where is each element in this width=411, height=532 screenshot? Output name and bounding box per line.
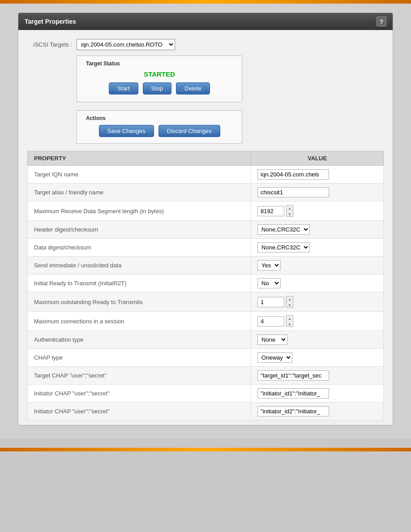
value-cell: None,CRC32CNoneCRC32C (251, 221, 384, 239)
value-cell (251, 184, 384, 202)
status-text: STARTED (86, 70, 233, 78)
spinner-up-icon[interactable]: ▲ (287, 296, 293, 302)
help-icon-button[interactable]: ? (377, 17, 386, 26)
panel-header: Target Properties ? (18, 13, 393, 30)
text-input[interactable] (257, 406, 329, 416)
save-changes-button[interactable]: Save Changes (99, 125, 154, 137)
target-properties-panel: Target Properties ? iSCSI Targets : iqn.… (18, 13, 393, 425)
spinner-controls[interactable]: ▲▼ (286, 205, 293, 217)
table-row: Maximum outstanding Ready to Transmits▲▼ (28, 292, 384, 312)
property-label: Data digest/checksum (28, 239, 251, 257)
table-row: Target alias / friendly name (28, 184, 384, 202)
main-container: Target Properties ? iSCSI Targets : iqn.… (0, 4, 411, 439)
text-input[interactable] (257, 388, 329, 399)
target-status-box: Target Status STARTED Start Stop Delete (77, 56, 242, 102)
prop-table-body: Target IQN nameTarget alias / friendly n… (28, 166, 384, 420)
value-cell: YesNo (251, 257, 384, 275)
panel-title: Target Properties (25, 18, 76, 25)
table-row: Maximum connections in a session▲▼ (28, 312, 384, 331)
value-cell: ▲▼ (251, 202, 384, 221)
property-label: Initial Ready to Transmit (InitialR2T) (28, 275, 251, 292)
value-cell (251, 367, 384, 385)
property-label: CHAP type (28, 349, 251, 367)
table-row: Target CHAP "user":"secret" (28, 367, 384, 385)
table-row: Authentication typeNoneCHAP (28, 331, 384, 349)
spinner-up-icon[interactable]: ▲ (287, 206, 293, 211)
action-buttons: Save Changes Discard Changes (86, 125, 233, 137)
table-row: Initiator CHAP "user":"secret" (28, 385, 384, 403)
property-label: Initiator CHAP "user":"secret" (28, 385, 251, 403)
text-input[interactable] (257, 370, 329, 381)
spinner-input[interactable] (257, 297, 284, 307)
value-cell: YesNo (251, 275, 384, 292)
iscsi-target-row: iSCSI Targets : iqn.2004-05.com.chelsio.… (27, 39, 384, 50)
boxes-section: Target Status STARTED Start Stop Delete … (77, 56, 384, 144)
table-row: Target IQN name (28, 166, 384, 184)
spinner-input[interactable] (257, 206, 284, 216)
table-header-row: PROPERTY VALUE (28, 151, 384, 166)
property-label: Target alias / friendly name (28, 184, 251, 202)
spinner-input[interactable] (257, 316, 284, 326)
value-cell: ▲▼ (251, 292, 384, 312)
small-select[interactable]: YesNo (257, 260, 281, 270)
table-row: Initiator CHAP "user":"secret" (28, 403, 384, 420)
property-label: Initiator CHAP "user":"secret" (28, 403, 251, 420)
value-cell (251, 166, 384, 184)
panel-body: iSCSI Targets : iqn.2004-05.com.chelsio.… (18, 30, 393, 425)
property-label: Authentication type (28, 331, 251, 349)
value-cell: NoneCHAP (251, 331, 384, 349)
discard-changes-button[interactable]: Discard Changes (158, 125, 220, 137)
spinner-down-icon[interactable]: ▼ (287, 322, 293, 327)
property-label: Maximum connections in a session (28, 312, 251, 331)
spinner-controls[interactable]: ▲▼ (286, 315, 293, 327)
bottom-bar (0, 448, 411, 451)
property-label: Header digest/checksum (28, 221, 251, 239)
delete-button[interactable]: Delete (176, 82, 210, 94)
spinner-controls[interactable]: ▲▼ (286, 296, 293, 308)
top-bar (0, 0, 411, 4)
text-input[interactable] (257, 187, 329, 197)
target-select-wrapper: iqn.2004-05.com.chelsio.ROTO (77, 39, 175, 50)
spinner-up-icon[interactable]: ▲ (287, 316, 293, 322)
property-label: Target CHAP "user":"secret" (28, 367, 251, 385)
table-row: CHAP typeOnewayMutual (28, 349, 384, 367)
table-row: Maximum Receive Data Segment length (in … (28, 202, 384, 221)
table-row: Send immediate / unsolicited dataYesNo (28, 257, 384, 275)
digest-select[interactable]: None,CRC32CNoneCRC32C (257, 224, 310, 235)
table-row: Header digest/checksumNone,CRC32CNoneCRC… (28, 221, 384, 239)
col-property: PROPERTY (28, 151, 251, 166)
property-table: PROPERTY VALUE Target IQN nameTarget ali… (27, 151, 384, 420)
target-status-title: Target Status (86, 60, 233, 67)
small-select[interactable]: OnewayMutual (257, 352, 292, 363)
property-label: Maximum outstanding Ready to Transmits (28, 292, 251, 312)
iscsi-target-select[interactable]: iqn.2004-05.com.chelsio.ROTO (77, 39, 175, 50)
actions-box: Actions Save Changes Discard Changes (77, 110, 242, 144)
start-button[interactable]: Start (109, 82, 138, 94)
value-cell (251, 403, 384, 420)
property-label: Send immediate / unsolicited data (28, 257, 251, 275)
value-cell (251, 385, 384, 403)
actions-title: Actions (86, 115, 233, 121)
value-cell: ▲▼ (251, 312, 384, 331)
small-select[interactable]: NoneCHAP (257, 335, 287, 345)
status-buttons: Start Stop Delete (86, 82, 233, 94)
digest-select[interactable]: None,CRC32CNoneCRC32C (257, 242, 310, 253)
property-label: Target IQN name (28, 166, 251, 184)
property-label: Maximum Receive Data Segment length (in … (28, 202, 251, 221)
value-cell: OnewayMutual (251, 349, 384, 367)
value-cell: None,CRC32CNoneCRC32C (251, 239, 384, 257)
stop-button[interactable]: Stop (143, 82, 172, 94)
iscsi-targets-label: iSCSI Targets : (27, 41, 72, 48)
spinner-down-icon[interactable]: ▼ (287, 302, 293, 308)
property-table-section: PROPERTY VALUE Target IQN nameTarget ali… (27, 151, 384, 420)
small-select[interactable]: YesNo (257, 278, 281, 288)
table-row: Initial Ready to Transmit (InitialR2T)Ye… (28, 275, 384, 292)
col-value: VALUE (251, 151, 384, 166)
text-input[interactable] (257, 169, 329, 180)
table-row: Data digest/checksumNone,CRC32CNoneCRC32… (28, 239, 384, 257)
spinner-down-icon[interactable]: ▼ (287, 211, 293, 217)
